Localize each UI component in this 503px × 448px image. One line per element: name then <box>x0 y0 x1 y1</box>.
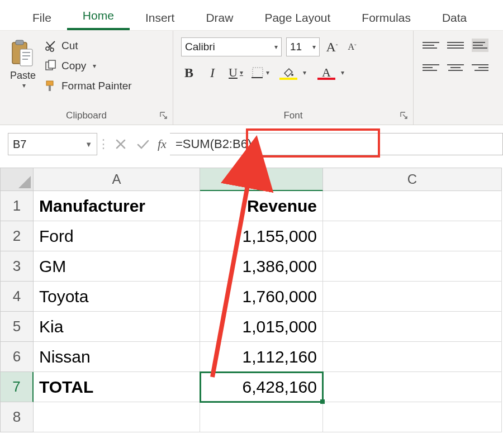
svg-rect-1 <box>16 40 23 45</box>
italic-button[interactable]: I <box>205 64 220 81</box>
tab-home[interactable]: Home <box>67 2 130 30</box>
format-painter-label: Format Painter <box>61 80 132 92</box>
format-painter-button[interactable]: Format Painter <box>45 78 132 94</box>
increase-font-button[interactable]: Aˆ <box>324 39 340 55</box>
formula-bar: B7 ▼ ⋮ fx =SUM(B2:B6) <box>0 125 503 160</box>
svg-point-16 <box>291 74 293 76</box>
dialog-launcher-font[interactable] <box>400 111 410 121</box>
row-header-1[interactable]: 1 <box>0 191 34 221</box>
cell-C7[interactable] <box>323 372 502 402</box>
name-box-value: B7 <box>13 138 26 151</box>
chevron-down-icon[interactable]: ▾ <box>22 82 26 89</box>
group-font: Calibri ▾ 11 ▾ Aˆ Aˇ B I U ▾ <box>173 31 414 125</box>
paste-icon <box>10 37 36 70</box>
cell-A6[interactable]: Nissan <box>34 342 200 372</box>
group-clipboard: Paste ▾ Cut <box>0 31 173 125</box>
separator: ⋮ <box>97 137 110 151</box>
row-header-6[interactable]: 6 <box>0 342 34 372</box>
row-header-8[interactable]: 8 <box>0 402 34 432</box>
group-alignment <box>414 31 503 125</box>
cell-A7[interactable]: TOTAL <box>34 372 200 402</box>
chevron-down-icon: ▼ <box>85 140 92 149</box>
cell-C3[interactable] <box>323 251 502 282</box>
svg-rect-2 <box>20 49 32 66</box>
chevron-down-icon[interactable]: ▾ <box>240 69 243 77</box>
bold-button[interactable]: B <box>181 64 197 81</box>
paste-button[interactable]: Paste ▾ <box>3 34 42 89</box>
svg-rect-14 <box>253 68 263 78</box>
row-header-5[interactable]: 5 <box>0 312 34 342</box>
chevron-down-icon[interactable]: ▾ <box>266 69 269 77</box>
font-color-button[interactable]: A ▾ <box>315 64 338 81</box>
paste-label: Paste <box>10 70 36 82</box>
row-header-4[interactable]: 4 <box>0 282 34 312</box>
cell-A3[interactable]: GM <box>34 251 200 282</box>
enter-formula-button[interactable] <box>132 133 154 155</box>
tab-file[interactable]: File <box>17 4 67 30</box>
name-box[interactable]: B7 ▼ <box>8 133 97 155</box>
group-label-clipboard: Clipboard <box>3 108 169 125</box>
copy-button[interactable]: Copy ▾ <box>45 58 132 74</box>
cell-C2[interactable] <box>323 221 502 251</box>
copy-label: Copy <box>61 60 86 72</box>
cell-C8[interactable] <box>323 402 502 432</box>
cell-B7[interactable]: 6,428,160 <box>200 372 323 402</box>
fx-label[interactable]: fx <box>154 137 170 151</box>
col-header-A[interactable]: A <box>34 168 200 191</box>
align-right-button[interactable] <box>472 61 488 74</box>
cell-A8[interactable] <box>34 402 200 432</box>
font-name-value: Calibri <box>185 41 215 53</box>
tab-formulas[interactable]: Formulas <box>346 4 426 30</box>
chevron-down-icon[interactable]: ▾ <box>303 69 306 77</box>
decrease-font-button[interactable]: Aˇ <box>344 39 360 55</box>
borders-button[interactable]: ▾ <box>252 64 269 81</box>
cell-B3[interactable]: 1,386,000 <box>200 251 323 282</box>
worksheet: A B C 1 Manufacturer Revenue 2 Ford 1,15… <box>0 168 503 432</box>
tab-draw[interactable]: Draw <box>190 4 249 30</box>
paint-bucket-icon <box>282 66 295 79</box>
cut-button[interactable]: Cut <box>45 37 132 54</box>
cell-C5[interactable] <box>323 312 502 342</box>
tab-data[interactable]: Data <box>426 4 482 30</box>
cell-A1[interactable]: Manufacturer <box>34 191 200 221</box>
font-size-select[interactable]: 11 ▾ <box>286 37 320 56</box>
cell-B8[interactable] <box>200 402 323 432</box>
row-header-7[interactable]: 7 <box>0 372 34 402</box>
cell-B4[interactable]: 1,760,000 <box>200 282 323 312</box>
cell-C4[interactable] <box>323 282 502 312</box>
row-header-2[interactable]: 2 <box>0 221 34 251</box>
row-header-3[interactable]: 3 <box>0 251 34 282</box>
formula-input[interactable]: =SUM(B2:B6) <box>170 133 503 155</box>
cell-B1[interactable]: Revenue <box>200 191 323 221</box>
align-middle-button[interactable] <box>447 39 464 52</box>
tab-page-layout[interactable]: Page Layout <box>249 4 346 30</box>
tab-insert[interactable]: Insert <box>130 4 191 30</box>
align-top-button[interactable] <box>423 39 439 52</box>
cell-C6[interactable] <box>323 342 502 372</box>
dialog-launcher-clipboard[interactable] <box>159 111 169 121</box>
cell-A5[interactable]: Kia <box>34 312 200 342</box>
fill-color-button[interactable]: ▾ <box>277 64 300 81</box>
cell-C1[interactable] <box>323 191 502 221</box>
cell-A4[interactable]: Toyota <box>34 282 200 312</box>
cancel-formula-button[interactable] <box>110 133 132 155</box>
font-name-select[interactable]: Calibri ▾ <box>181 37 282 56</box>
align-bottom-button[interactable] <box>472 39 488 52</box>
ribbon-tabs: File Home Insert Draw Page Layout Formul… <box>0 0 503 30</box>
svg-rect-11 <box>49 60 55 68</box>
cell-B2[interactable]: 1,155,000 <box>200 221 323 251</box>
cell-B5[interactable]: 1,015,000 <box>200 312 323 342</box>
underline-button[interactable]: U ▾ <box>228 64 244 81</box>
col-header-C[interactable]: C <box>323 168 502 191</box>
cell-A2[interactable]: Ford <box>34 221 200 251</box>
cell-B6[interactable]: 1,112,160 <box>200 342 323 372</box>
cut-label: Cut <box>61 40 78 52</box>
select-all-triangle[interactable] <box>0 168 34 191</box>
check-icon <box>136 139 150 150</box>
align-center-button[interactable] <box>447 61 464 74</box>
chevron-down-icon[interactable]: ▾ <box>93 62 96 70</box>
col-header-B[interactable]: B <box>200 168 323 191</box>
align-left-button[interactable] <box>423 61 439 74</box>
chevron-down-icon[interactable]: ▾ <box>341 69 344 77</box>
borders-icon <box>252 66 264 79</box>
